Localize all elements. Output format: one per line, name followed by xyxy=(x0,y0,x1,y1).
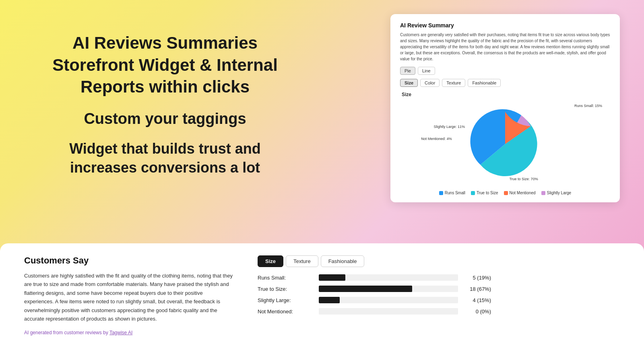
customers-say-right: Size Texture Fashionable Runs Small: 5 (… xyxy=(258,255,491,354)
bar-label-slightly-large: Slightly Large: xyxy=(258,297,314,303)
bar-value-slightly-large: 4 (15%) xyxy=(463,297,491,303)
card-title: AI Review Summary xyxy=(400,22,610,29)
bar-value-not-mentioned: 0 (0%) xyxy=(463,309,491,315)
tag-btn-color[interactable]: Color xyxy=(420,79,440,87)
bar-value-true-to-size: 18 (67%) xyxy=(463,286,491,292)
widget-tab-texture[interactable]: Texture xyxy=(286,255,318,267)
tag-btn-texture[interactable]: Texture xyxy=(442,79,465,87)
bar-fill-true-to-size xyxy=(319,286,412,292)
legend-not-mentioned: Not Mentioned xyxy=(504,191,536,195)
bar-label-not-mentioned: Not Mentioned: xyxy=(258,309,314,315)
hero-tagline: Custom your taggings xyxy=(40,110,290,128)
bar-label-true-to-size: True to Size: xyxy=(258,286,314,292)
bar-track-slightly-large xyxy=(319,297,458,303)
pie-label-true-to-size: True to Size: 70% xyxy=(509,177,538,181)
legend-dot-runs-small xyxy=(439,191,443,195)
tag-buttons: Size Color Texture Fashionable xyxy=(400,79,610,87)
bar-row-true-to-size: True to Size: 18 (67%) xyxy=(258,286,491,292)
tag-btn-fashionable[interactable]: Fashionable xyxy=(468,79,501,87)
chart-btn-pie[interactable]: Pie xyxy=(400,67,415,75)
chart-btn-line[interactable]: Line xyxy=(418,67,435,75)
legend-true-to-size: True to Size xyxy=(471,191,498,195)
bottom-section: Customers Say Customers are highly satis… xyxy=(0,243,644,362)
ai-credit: AI generated from customer reviews by Ta… xyxy=(24,330,233,335)
legend-runs-small: Runs Small xyxy=(439,191,465,195)
bar-row-not-mentioned: Not Mentioned: 0 (0%) xyxy=(258,308,491,315)
hero-cta: Widget that builds trust and increases c… xyxy=(40,140,290,177)
customers-say-summary: Customers are highly satisfied with the … xyxy=(24,272,233,323)
pie-label-runs-small: Runs Small: 15% xyxy=(574,104,602,108)
tagwise-ai-link[interactable]: Tagwise AI xyxy=(109,330,132,335)
legend-dot-slightly-large xyxy=(541,191,545,195)
widget-tabs: Size Texture Fashionable xyxy=(258,255,491,267)
bar-value-runs-small: 5 (19%) xyxy=(463,275,491,281)
widget-tab-size[interactable]: Size xyxy=(258,255,283,267)
legend-slightly-large: Slightly Large xyxy=(541,191,572,195)
legend-dot-not-mentioned xyxy=(504,191,508,195)
pie-chart-container: Runs Small: 15% Slightly Large: 11% Not … xyxy=(400,100,610,188)
chart-heading: Size xyxy=(400,92,610,97)
customers-say-title: Customers Say xyxy=(24,255,233,266)
hero-section: AI Reviews Summaries Storefront Widget &… xyxy=(40,32,290,177)
ai-review-card: AI Review Summary Customers are generall… xyxy=(390,14,620,202)
customers-say-left: Customers Say Customers are highly satis… xyxy=(24,255,233,354)
hero-headline: AI Reviews Summaries Storefront Widget &… xyxy=(40,32,290,98)
bar-track-not-mentioned xyxy=(319,308,458,315)
chart-type-buttons: Pie Line xyxy=(400,67,610,75)
widget-tab-fashionable[interactable]: Fashionable xyxy=(321,255,365,267)
pie-chart-svg xyxy=(465,104,545,184)
bar-label-runs-small: Runs Small: xyxy=(258,275,314,281)
tag-btn-size[interactable]: Size xyxy=(400,79,418,87)
legend-dot-true-to-size xyxy=(471,191,475,195)
bar-row-runs-small: Runs Small: 5 (19%) xyxy=(258,274,491,281)
pie-label-not-mentioned: Not Mentioned: 4% xyxy=(421,137,452,141)
pie-label-slightly-large: Slightly Large: 11% xyxy=(434,125,465,129)
bar-chart-rows: Runs Small: 5 (19%) True to Size: 18 (67… xyxy=(258,274,491,315)
bar-track-true-to-size xyxy=(319,286,458,292)
bar-fill-runs-small xyxy=(319,274,345,281)
pie-legend: Runs Small True to Size Not Mentioned Sl… xyxy=(400,191,610,195)
bar-row-slightly-large: Slightly Large: 4 (15%) xyxy=(258,297,491,303)
bar-fill-slightly-large xyxy=(319,297,340,303)
bar-track-runs-small xyxy=(319,274,458,281)
card-summary: Customers are generally very satisfied w… xyxy=(400,32,610,62)
